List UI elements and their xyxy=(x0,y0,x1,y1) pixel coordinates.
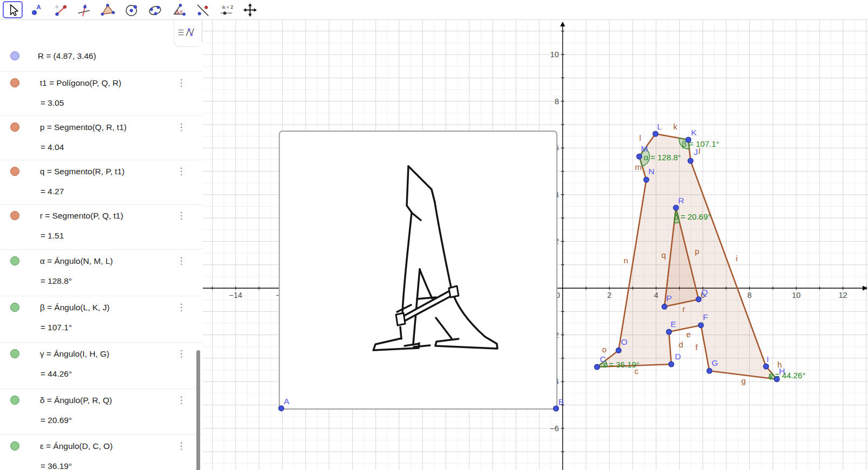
row-menu-button[interactable]: ⋮ xyxy=(176,440,186,452)
algebra-row-10[interactable]: ε = Ángulo(D, C, O)= 36.19°⋮ xyxy=(0,435,202,470)
object-value: = 107.1° xyxy=(40,322,72,333)
visibility-dot[interactable] xyxy=(10,78,19,87)
point-K[interactable] xyxy=(686,137,691,142)
algebra-row-2[interactable]: t1 = Polígono(P, Q, R)= 3.05⋮ xyxy=(0,72,202,116)
move-graphics-view-tool-button[interactable] xyxy=(240,1,260,18)
svg-text:10: 10 xyxy=(550,50,559,59)
visibility-dot[interactable] xyxy=(10,303,19,312)
svg-text:e: e xyxy=(686,330,691,339)
row-menu-button[interactable]: ⋮ xyxy=(176,166,186,178)
algebra-row-7[interactable]: β = Ángulo(L, K, J)= 107.1°⋮ xyxy=(0,296,202,343)
algebra-row-9[interactable]: δ = Ángulo(P, R, Q)= 20.69°⋮ xyxy=(0,389,202,435)
svg-text:E: E xyxy=(671,319,676,329)
angle-tool-button[interactable]: α xyxy=(169,1,189,18)
svg-text:D: D xyxy=(675,352,681,361)
visibility-dot[interactable] xyxy=(10,51,19,60)
algebra-view: R = (4.87, 3.46)t1 = Polígono(P, Q, R)= … xyxy=(0,21,202,470)
row-menu-button[interactable]: ⋮ xyxy=(176,348,186,360)
svg-text:O: O xyxy=(621,337,627,346)
graphics-canvas[interactable]: −14−12−10−8−6−4−2024681012108642−2−4−6cd… xyxy=(203,21,868,470)
algebra-row-6[interactable]: α = Ángulo(N, M, L)= 128.8°⋮ xyxy=(0,250,202,296)
object-value: = 4.27 xyxy=(40,186,64,197)
conic-tool-button[interactable] xyxy=(145,1,165,18)
point-G[interactable] xyxy=(707,369,712,373)
point-M[interactable] xyxy=(637,154,641,159)
point-P[interactable] xyxy=(662,304,667,309)
svg-text:f: f xyxy=(695,343,698,352)
algebra-row-5[interactable]: r = Segmento(P, Q, t1)= 1.51⋮ xyxy=(0,205,202,250)
slider-tool-button[interactable]: a = 2 xyxy=(216,1,236,18)
polygon-tool-button[interactable] xyxy=(98,1,118,18)
visibility-dot[interactable] xyxy=(10,349,19,358)
visibility-dot[interactable] xyxy=(10,211,19,220)
svg-text:A: A xyxy=(37,3,42,10)
object-definition: β = Ángulo(L, K, J) xyxy=(40,302,110,314)
row-menu-button[interactable]: ⋮ xyxy=(176,77,186,89)
segment-tool-button[interactable]: a xyxy=(50,1,70,18)
svg-text:α: α xyxy=(180,9,182,14)
svg-text:L: L xyxy=(657,122,662,131)
svg-text:k: k xyxy=(673,122,678,131)
point-D[interactable] xyxy=(669,362,674,366)
algebra-row-4[interactable]: q = Segmento(R, P, t1)= 4.27⋮ xyxy=(0,160,202,205)
point-Q[interactable] xyxy=(696,297,701,302)
point-E[interactable] xyxy=(666,329,671,334)
point-H[interactable] xyxy=(774,377,779,382)
visibility-dot[interactable] xyxy=(10,122,19,132)
svg-text:d: d xyxy=(679,340,683,349)
svg-text:R: R xyxy=(678,196,684,205)
graphics-view[interactable]: −14−12−10−8−6−4−2024681012108642−2−4−6cd… xyxy=(203,21,868,470)
object-value: = 3.05 xyxy=(40,97,64,109)
svg-text:i: i xyxy=(736,254,737,263)
svg-text:8: 8 xyxy=(747,291,751,299)
object-value: = 20.69° xyxy=(40,414,72,426)
point-R[interactable] xyxy=(673,205,678,210)
object-value: = 4.04 xyxy=(40,141,64,153)
circle-tool-button[interactable] xyxy=(121,1,141,18)
object-definition: p = Segmento(Q, R, t1) xyxy=(40,121,127,133)
point-A[interactable] xyxy=(279,406,284,411)
svg-text:Q: Q xyxy=(701,288,708,297)
visibility-dot[interactable] xyxy=(10,167,19,176)
point-L[interactable] xyxy=(653,131,658,136)
point-B[interactable] xyxy=(553,406,558,411)
svg-text:F: F xyxy=(703,312,708,322)
point-I[interactable] xyxy=(763,364,768,369)
svg-text:−14: −14 xyxy=(229,291,242,299)
algebra-style-icon xyxy=(176,25,196,42)
row-menu-button[interactable]: ⋮ xyxy=(176,210,186,222)
visibility-dot[interactable] xyxy=(10,256,19,265)
object-definition: t1 = Polígono(P, Q, R) xyxy=(40,77,121,89)
reflect-tool-button[interactable] xyxy=(193,1,213,18)
row-menu-button[interactable]: ⋮ xyxy=(176,121,186,133)
svg-text:12: 12 xyxy=(839,291,848,299)
perpendicular-line-tool-button[interactable] xyxy=(74,1,94,18)
svg-text:−6: −6 xyxy=(550,424,559,433)
slider-icon: a = 2 xyxy=(219,3,234,17)
algebra-scrollbar-thumb[interactable] xyxy=(196,350,200,470)
svg-text:ε = 36.19°: ε = 36.19° xyxy=(603,360,639,369)
algebra-row-3[interactable]: p = Segmento(Q, R, t1)= 4.04⋮ xyxy=(0,116,202,160)
point-tool-button[interactable]: A xyxy=(26,1,46,18)
visibility-dot[interactable] xyxy=(10,396,19,405)
point-J[interactable] xyxy=(688,158,693,163)
algebra-row-1[interactable]: R = (4.87, 3.46) xyxy=(0,42,202,72)
perpendicular-line-icon xyxy=(77,3,91,17)
point-F[interactable] xyxy=(699,323,703,328)
svg-text:l: l xyxy=(639,133,641,142)
svg-text:r: r xyxy=(682,304,685,314)
row-menu-button[interactable]: ⋮ xyxy=(176,302,186,314)
row-menu-button[interactable]: ⋮ xyxy=(176,255,186,267)
svg-text:m: m xyxy=(635,162,642,172)
svg-text:g: g xyxy=(741,376,746,385)
algebra-style-button[interactable] xyxy=(174,21,198,47)
visibility-dot[interactable] xyxy=(10,441,19,451)
point-C[interactable] xyxy=(594,364,599,369)
move-tool-button[interactable] xyxy=(3,1,23,18)
row-menu-button[interactable]: ⋮ xyxy=(176,394,186,406)
algebra-row-8[interactable]: γ = Ángulo(I, H, G)= 44.26°⋮ xyxy=(0,343,202,389)
svg-text:G: G xyxy=(712,358,718,367)
point-N[interactable] xyxy=(644,177,648,182)
point-icon: A xyxy=(29,3,44,17)
point-O[interactable] xyxy=(616,348,621,353)
